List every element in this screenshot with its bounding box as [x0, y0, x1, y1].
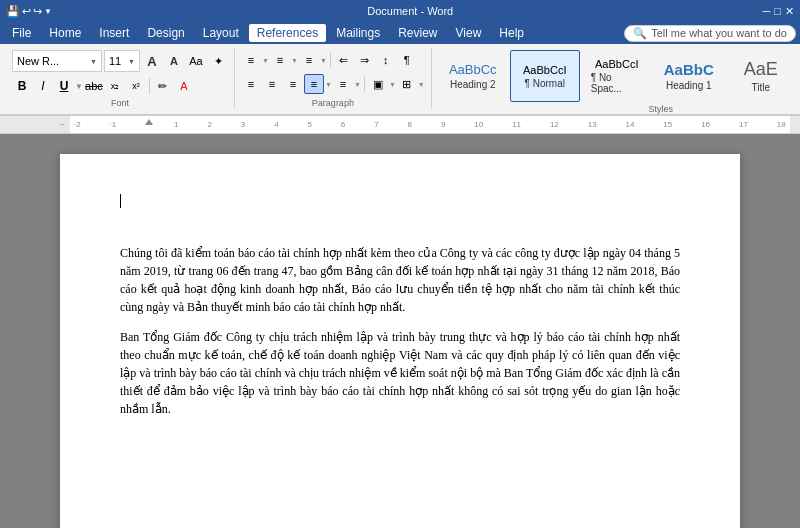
strikethrough-btn[interactable]: abc: [84, 76, 104, 96]
maximize-btn[interactable]: □: [774, 5, 781, 18]
bullets-btn[interactable]: ≡: [241, 50, 261, 70]
menu-file[interactable]: File: [4, 24, 39, 42]
font-group: New R... ▼ 11 ▼ A A Aa ✦ B I U: [6, 48, 235, 108]
menu-help[interactable]: Help: [491, 24, 532, 42]
grow-font-btn[interactable]: A: [142, 51, 162, 71]
document-page[interactable]: Chúng tôi đã kiểm toán báo cáo tài chính…: [60, 154, 740, 528]
ruler-inner: ·2 ·1 1 2 3 4 5 6 7 8 9 10 11 12 13 14 1…: [70, 116, 790, 133]
menu-insert[interactable]: Insert: [91, 24, 137, 42]
align-left-btn[interactable]: ≡: [241, 74, 261, 94]
title-bar: 💾 ↩ ↪ ▼ Document - Word ─ □ ✕: [0, 0, 800, 22]
line-spacing-btn[interactable]: ≡: [333, 74, 353, 94]
paragraph-group-label: Paragraph: [241, 96, 425, 108]
document-area: Chúng tôi đã kiểm toán báo cáo tài chính…: [0, 134, 800, 528]
align-center-btn[interactable]: ≡: [262, 74, 282, 94]
underline-btn[interactable]: U: [54, 76, 74, 96]
style-heading1[interactable]: AaBbC Heading 1: [654, 50, 724, 102]
style-normal[interactable]: AaBbCcI ¶ Normal: [510, 50, 580, 102]
minimize-btn[interactable]: ─: [763, 5, 771, 18]
tell-me-bar[interactable]: 🔍 Tell me what you want to do: [624, 25, 796, 42]
bold-btn[interactable]: B: [12, 76, 32, 96]
undo-icon[interactable]: ↩: [22, 5, 31, 18]
menu-references[interactable]: References: [249, 24, 326, 42]
increase-indent-btn[interactable]: ⇒: [355, 50, 375, 70]
font-size-label: 11: [109, 55, 121, 67]
style-heading2[interactable]: AaBbCc Heading 2: [438, 50, 508, 102]
font-color-btn[interactable]: A: [174, 76, 194, 96]
redo-icon[interactable]: ↪: [33, 5, 42, 18]
tell-me-text: Tell me what you want to do: [651, 27, 787, 39]
multilevel-btn[interactable]: ≡: [299, 50, 319, 70]
search-icon: 🔍: [633, 27, 647, 40]
justify-btn[interactable]: ≡: [304, 74, 324, 94]
shading-btn[interactable]: ▣: [368, 74, 388, 94]
close-btn[interactable]: ✕: [785, 5, 794, 18]
dropdown-icon[interactable]: ▼: [44, 7, 52, 16]
subscript-btn[interactable]: x₂: [105, 76, 125, 96]
paragraph-2: Ban Tổng Giám đốc Công ty chịu trách nhi…: [120, 328, 680, 418]
ribbon: New R... ▼ 11 ▼ A A Aa ✦ B I U: [0, 44, 800, 116]
superscript-btn[interactable]: x²: [126, 76, 146, 96]
styles-group-label: Styles: [438, 102, 800, 114]
menu-mailings[interactable]: Mailings: [328, 24, 388, 42]
align-right-btn[interactable]: ≡: [283, 74, 303, 94]
menu-layout[interactable]: Layout: [195, 24, 247, 42]
font-size-box[interactable]: 11 ▼: [104, 50, 140, 72]
decrease-indent-btn[interactable]: ⇐: [334, 50, 354, 70]
font-name-dropdown[interactable]: ▼: [90, 58, 97, 65]
clear-format-btn[interactable]: ✦: [208, 51, 228, 71]
paragraph-1: Chúng tôi đã kiểm toán báo cáo tài chính…: [120, 244, 680, 316]
cursor: [120, 194, 680, 224]
numbering-btn[interactable]: ≡: [270, 50, 290, 70]
highlight-btn[interactable]: ✏: [153, 76, 173, 96]
shrink-font-btn[interactable]: A: [164, 51, 184, 71]
font-size-dropdown[interactable]: ▼: [128, 58, 135, 65]
italic-btn[interactable]: I: [33, 76, 53, 96]
style-nospace[interactable]: AaBbCcI ¶ No Spac...: [582, 50, 652, 102]
style-title[interactable]: AaE Title: [726, 50, 796, 102]
ruler: ↔ ·2 ·1 1 2 3 4 5 6 7 8 9 10 11 12 13 14…: [0, 116, 800, 134]
font-group-label: Font: [12, 96, 228, 108]
font-name-label: New R...: [17, 55, 59, 67]
menu-home[interactable]: Home: [41, 24, 89, 42]
menu-bar: File Home Insert Design Layout Reference…: [0, 22, 800, 44]
save-icon[interactable]: 💾: [6, 5, 20, 18]
borders-btn[interactable]: ⊞: [397, 74, 417, 94]
sort-btn[interactable]: ↕: [376, 50, 396, 70]
menu-review[interactable]: Review: [390, 24, 445, 42]
app-title: Document - Word: [367, 5, 453, 17]
styles-group: AaBbCc Heading 2 AaBbCcI ¶ Normal AaBbCc…: [432, 48, 800, 114]
menu-design[interactable]: Design: [139, 24, 192, 42]
show-para-btn[interactable]: ¶: [397, 50, 417, 70]
paragraph-group: ≡ ▼ ≡ ▼ ≡ ▼ ⇐ ⇒ ↕ ¶ ≡ ≡ ≡ ≡: [235, 48, 432, 108]
case-btn[interactable]: Aa: [186, 51, 206, 71]
font-name-box[interactable]: New R... ▼: [12, 50, 102, 72]
menu-view[interactable]: View: [448, 24, 490, 42]
